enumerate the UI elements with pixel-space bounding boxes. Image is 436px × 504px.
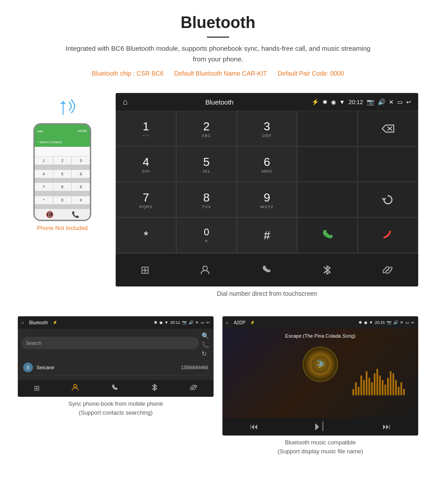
pb-window-icon[interactable]: ▭ bbox=[201, 320, 205, 325]
home-icon[interactable]: ⌂ bbox=[123, 97, 128, 107]
bottom-screens: ⌂ Bluetooth ⚡ ✱ ◉ ▼ 20:11 📷 🔊 ✕ ▭ ↩ bbox=[0, 310, 436, 465]
equalizer-bars bbox=[352, 360, 405, 395]
dial-key-9[interactable]: 9WXYZ bbox=[237, 182, 297, 218]
phonebook-status-bar: ⌂ Bluetooth ⚡ ✱ ◉ ▼ 20:11 📷 🔊 ✕ ▭ ↩ bbox=[18, 316, 214, 329]
dial-key-0[interactable]: 0+ bbox=[176, 218, 237, 253]
phonebook-caption: Sync phone-book from mobile phone (Suppo… bbox=[18, 399, 214, 417]
dial-refresh-key[interactable] bbox=[358, 182, 418, 218]
ms-home-icon[interactable]: ⌂ bbox=[226, 320, 228, 325]
phone-section: ⭡ ●●● MORE + Add to Contacts 1 2 3 4 5 bbox=[18, 93, 107, 231]
nav-grid-icon[interactable]: ⊞ bbox=[141, 264, 149, 276]
dial-key-3[interactable]: 3DEF bbox=[237, 111, 297, 146]
dial-key-2[interactable]: 2ABC bbox=[176, 111, 237, 146]
camera-icon[interactable]: 📷 bbox=[367, 98, 374, 105]
ms-back-icon[interactable]: ↩ bbox=[411, 320, 415, 325]
window-icon[interactable]: ▭ bbox=[397, 99, 403, 105]
ms-volume-icon[interactable]: 🔊 bbox=[393, 320, 398, 325]
pb-search-icon[interactable]: 🔍 bbox=[202, 332, 209, 339]
car-screen-dial: ⌂ Bluetooth ⚡ ✱ ◉ ▼ 20:12 📷 🔊 ✕ ▭ ↩ bbox=[116, 93, 418, 286]
name-spec: Default Bluetooth Name CAR-KIT bbox=[174, 70, 267, 77]
ms-time: 20:15 bbox=[375, 320, 385, 325]
dial-call-key[interactable] bbox=[297, 218, 358, 253]
main-section: ⭡ ●●● MORE + Add to Contacts 1 2 3 4 5 bbox=[0, 84, 436, 310]
dial-key-1[interactable]: 1∽∽ bbox=[116, 111, 176, 146]
svg-text:⭡: ⭡ bbox=[56, 98, 72, 117]
dial-key-5[interactable]: 5JKL bbox=[176, 146, 237, 182]
dial-hangup-key[interactable] bbox=[358, 218, 418, 253]
pb-nav-link[interactable] bbox=[190, 383, 198, 393]
pb-nav-grid[interactable]: ⊞ bbox=[34, 384, 40, 392]
pb-usb-icon: ⚡ bbox=[52, 320, 57, 325]
pb-close-icon[interactable]: ✕ bbox=[195, 320, 199, 325]
ms-bt-icon: ✱ bbox=[359, 320, 362, 325]
phone-key-7: 7 bbox=[35, 183, 53, 191]
dial-key-star[interactable]: * bbox=[116, 218, 176, 253]
title-divider bbox=[207, 36, 229, 38]
phone-key-hash: # bbox=[72, 196, 90, 204]
pb-camera-icon[interactable]: 📷 bbox=[182, 320, 187, 325]
pb-time: 20:11 bbox=[170, 320, 180, 325]
ms-close-icon[interactable]: ✕ bbox=[400, 320, 404, 325]
chip-spec: Bluetooth chip : CSR BC6 bbox=[92, 70, 164, 77]
dial-key-6[interactable]: 6MNO bbox=[237, 146, 297, 182]
pb-home-icon[interactable]: ⌂ bbox=[21, 320, 24, 325]
car-screen-container: ⌂ Bluetooth ⚡ ✱ ◉ ▼ 20:12 📷 🔊 ✕ ▭ ↩ bbox=[116, 93, 418, 301]
pb-volume-icon[interactable]: 🔊 bbox=[189, 320, 194, 325]
svg-point-4 bbox=[203, 266, 207, 270]
svg-marker-1 bbox=[382, 125, 394, 132]
nav-bluetooth-icon[interactable] bbox=[322, 264, 332, 276]
phone-key-9: 9 bbox=[72, 183, 90, 191]
phone-key-6: 6 bbox=[72, 170, 90, 178]
page-title: Bluetooth bbox=[9, 13, 427, 32]
phonebook-search-bar[interactable]: Search bbox=[21, 337, 199, 349]
dial-key-8[interactable]: 8TUV bbox=[176, 182, 237, 218]
phone-not-included-label: Phone Not Included bbox=[37, 225, 88, 231]
nav-phone-icon[interactable] bbox=[261, 264, 272, 276]
bt-icon: ✱ bbox=[323, 99, 327, 105]
pb-refresh-icon[interactable]: ↻ bbox=[202, 350, 209, 357]
back-icon[interactable]: ↩ bbox=[406, 99, 411, 105]
prev-button[interactable]: ⏮ bbox=[250, 422, 258, 431]
ms-usb-icon: ⚡ bbox=[250, 320, 255, 325]
nav-contacts-icon[interactable] bbox=[199, 264, 211, 276]
side-icons: 🔍 📞 ↻ bbox=[202, 332, 210, 357]
contact-row[interactable]: S Seicane 13566664466 bbox=[21, 360, 210, 375]
dial-delete-key[interactable] bbox=[358, 111, 418, 146]
phone-key-2: 2 bbox=[53, 157, 72, 165]
dial-screen-title: Bluetooth bbox=[131, 98, 308, 106]
phone-key-3: 3 bbox=[72, 157, 90, 165]
phone-key-star: * bbox=[35, 196, 53, 204]
music-body: Escape (The Pina Colada Song) ♪ bbox=[222, 329, 418, 418]
pb-nav-phone[interactable] bbox=[111, 383, 119, 393]
dial-caption: Dial number direct from touchscreen bbox=[116, 290, 418, 297]
contact-name: Seicane bbox=[36, 365, 181, 370]
pb-phone-side-icon[interactable]: 📞 bbox=[202, 341, 209, 348]
pb-nav-bt[interactable] bbox=[151, 383, 158, 393]
status-right-icons: ✱ ◉ ▼ 20:12 📷 🔊 ✕ ▭ ↩ bbox=[323, 98, 411, 105]
pb-title: Bluetooth bbox=[29, 320, 48, 325]
description: Integrated with BC6 Bluetooth module, su… bbox=[62, 43, 374, 65]
dial-key-hash[interactable]: # bbox=[237, 218, 297, 253]
ms-signal-icon: ▼ bbox=[369, 320, 373, 325]
dial-empty-3 bbox=[358, 146, 418, 182]
dial-key-7[interactable]: 7PQRS bbox=[116, 182, 176, 218]
ms-window-icon[interactable]: ▭ bbox=[405, 320, 409, 325]
pb-location-icon: ◉ bbox=[159, 320, 163, 325]
pb-nav-contacts[interactable] bbox=[71, 383, 79, 393]
next-button[interactable]: ⏭ bbox=[383, 422, 391, 431]
pb-back-icon[interactable]: ↩ bbox=[206, 320, 210, 325]
nav-link-icon[interactable] bbox=[382, 264, 393, 276]
play-pause-button[interactable]: ⏵▏ bbox=[313, 421, 327, 432]
volume-icon[interactable]: 🔊 bbox=[378, 98, 385, 105]
ms-camera-icon[interactable]: 📷 bbox=[387, 320, 392, 325]
pb-right-icons: ✱ ◉ ▼ 20:11 📷 🔊 ✕ ▭ ↩ bbox=[154, 320, 210, 325]
contact-avatar: S bbox=[23, 363, 33, 372]
phone-mockup: ●●● MORE + Add to Contacts 1 2 3 4 5 6 7… bbox=[33, 123, 91, 221]
dial-key-4[interactable]: 4GHI bbox=[116, 146, 176, 182]
phone-key-1: 1 bbox=[35, 157, 53, 165]
pb-signal-icon: ▼ bbox=[165, 320, 169, 325]
dial-bottom-nav: ⊞ bbox=[116, 253, 418, 286]
phonebook-screen: ⌂ Bluetooth ⚡ ✱ ◉ ▼ 20:11 📷 🔊 ✕ ▭ ↩ bbox=[18, 316, 214, 397]
close-icon[interactable]: ✕ bbox=[389, 99, 394, 105]
time-display: 20:12 bbox=[348, 99, 363, 105]
